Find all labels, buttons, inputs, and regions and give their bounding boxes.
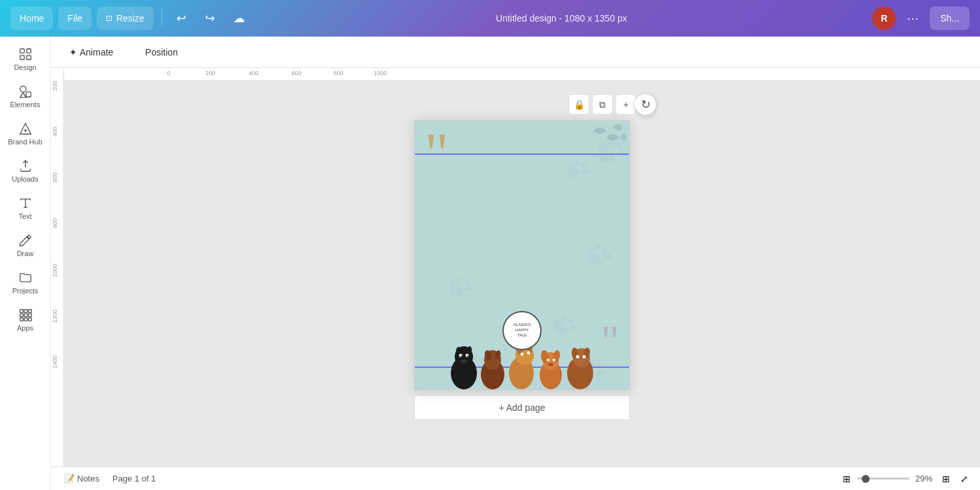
secondary-toolbar: ✦ Animate Position [51,37,980,68]
draw-icon [18,233,33,248]
svg-point-76 [553,359,555,361]
svg-point-46 [450,287,463,296]
svg-rect-0 [20,49,24,53]
ruler-mark-left-800: 800 [52,218,58,228]
zoom-controls: ⊞ 29% ⊞ ⤢ [839,471,972,487]
svg-rect-3 [26,56,30,59]
cloud-button[interactable]: ☁ [227,7,251,30]
sidebar-label-design: Design [14,63,36,71]
svg-point-27 [585,248,595,254]
ruler-mark-left-1200: 1200 [52,310,58,323]
add-element-button[interactable]: + [615,94,636,115]
fullscreen-icon: ⤢ [960,474,968,484]
svg-point-59 [467,355,468,357]
copy-icon: ⧉ [599,99,606,110]
show-pages-button[interactable]: ⊞ [839,471,855,487]
ruler-top: 0 200 400 600 800 1000 [51,68,980,81]
apps-icon [18,308,33,322]
shapes-icon [18,84,33,99]
upload-icon [18,159,33,173]
svg-point-69 [520,353,523,356]
copy-button[interactable]: ⧉ [592,94,613,115]
sidebar-item-elements[interactable]: Elements [3,79,48,114]
avatar[interactable]: R [872,7,896,30]
design-canvas[interactable]: " OLIVER'SHAPPYTALE " [414,120,630,390]
grid-icon: ⊞ [942,474,950,484]
canvas-area: 🔒 ⧉ + ↻ [64,81,980,466]
ruler-mark-400: 400 [248,70,258,76]
svg-rect-9 [24,310,27,313]
ruler-left: 200 400 600 800 1000 1200 1400 [51,68,64,466]
svg-rect-8 [20,310,23,313]
ruler-mark-left-1000: 1000 [52,264,58,277]
grid-view-button[interactable]: ⊞ [938,471,954,487]
svg-marker-6 [20,93,25,97]
svg-point-45 [465,286,473,291]
svg-rect-1 [26,49,30,53]
home-button[interactable]: Home [10,7,53,30]
animate-icon: ✦ [69,47,77,57]
svg-point-29 [602,247,608,252]
svg-point-60 [461,359,467,363]
canvas-toolbar: 🔒 ⧉ + [568,94,636,115]
add-page-button[interactable]: + Add page [414,395,630,420]
rotate-handle[interactable]: ↻ [635,94,656,115]
svg-point-75 [547,359,549,361]
ruler-mark-600: 600 [291,70,301,76]
main-toolbar: Home File ⊡ Resize ↩ ↪ ☁ Untitled design… [0,0,980,37]
sidebar-item-draw[interactable]: Draw [3,228,48,263]
rotate-icon: ↻ [641,97,651,112]
file-button[interactable]: File [58,7,91,30]
sidebar-item-uploads[interactable]: Uploads [3,154,48,188]
design-title: Untitled design - 1080 x 1350 px [256,13,867,24]
folder-icon [18,270,33,285]
plus-icon: + [623,99,629,110]
sidebar-item-apps[interactable]: Apps [3,302,48,337]
page-info: Page 1 of 1 [112,474,156,483]
sec-sep [129,43,129,61]
sidebar-label-projects: Projects [12,287,39,295]
more-button[interactable]: ⋯ [901,7,924,30]
selection-line-top [415,154,629,155]
sidebar-item-brand-hub[interactable]: Brand Hub [3,116,48,151]
undo-button[interactable]: ↩ [170,7,193,30]
svg-point-31 [586,254,600,265]
sidebar-item-text[interactable]: Text [3,191,48,225]
grid-icon [18,47,33,61]
zoom-slider[interactable] [857,478,909,480]
share-button[interactable]: Sh... [930,7,970,30]
svg-point-42 [450,280,458,287]
redo-button[interactable]: ↪ [199,7,222,30]
svg-point-7 [24,129,27,132]
svg-rect-13 [28,314,31,317]
ruler-mark-left-200: 200 [52,81,58,91]
fullscreen-button[interactable]: ⤢ [956,471,972,487]
redo-icon: ↪ [205,11,215,25]
sidebar-item-design[interactable]: Design [3,42,48,76]
brand-icon [18,122,33,136]
svg-point-34 [568,319,574,323]
logo-text: OLIVER'SHAPPYTALE [512,321,532,339]
sidebar-label-uploads: Uploads [12,175,38,183]
svg-rect-12 [24,314,27,317]
undo-icon: ↩ [176,11,186,25]
svg-rect-11 [20,314,23,317]
animate-button[interactable]: ✦ Animate [61,43,121,61]
svg-point-82 [576,355,579,359]
svg-point-77 [548,363,553,367]
ruler-mark-200: 200 [205,70,215,76]
sidebar-item-projects[interactable]: Projects [3,265,48,300]
resize-button[interactable]: ⊡ Resize [97,7,154,30]
show-pages-icon: ⊞ [843,474,851,484]
svg-point-70 [527,351,530,355]
position-button[interactable]: Position [137,43,186,61]
design-canvas-wrapper: ↻ [414,120,630,420]
ruler-mark-left-400: 400 [52,127,58,137]
ruler-mark-800: 800 [333,70,343,76]
cloud-icon: ☁ [233,11,245,25]
notes-button[interactable]: 📝 Notes [59,471,105,486]
svg-point-83 [582,355,585,359]
lock-button[interactable]: 🔒 [568,94,589,115]
svg-rect-15 [24,318,27,321]
svg-point-57 [465,354,468,357]
